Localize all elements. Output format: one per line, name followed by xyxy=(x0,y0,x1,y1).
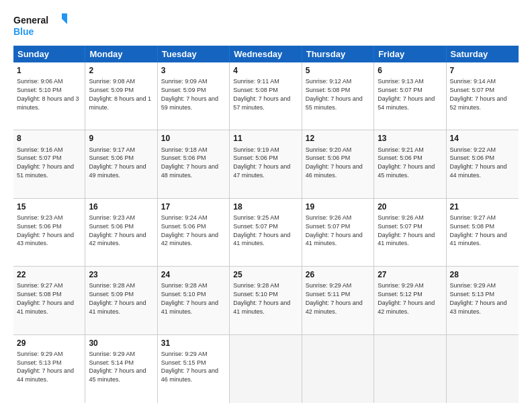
sunrise-text: Sunrise: 9:29 AM xyxy=(161,351,208,357)
day-number: 30 xyxy=(89,338,153,349)
sunset-text: Sunset: 5:08 PM xyxy=(450,223,495,230)
day-cell-18: 18 Sunrise: 9:25 AM Sunset: 5:07 PM Dayl… xyxy=(230,199,302,266)
calendar: SundayMondayTuesdayWednesdayThursdayFrid… xyxy=(13,46,519,403)
sunrise-text: Sunrise: 9:29 AM xyxy=(306,282,352,289)
day-cell-28: 28 Sunrise: 9:29 AM Sunset: 5:13 PM Dayl… xyxy=(447,267,519,334)
sunrise-text: Sunrise: 9:16 AM xyxy=(17,146,63,153)
daylight-text: Daylight: 7 hours and 57 minutes. xyxy=(233,95,290,111)
daylight-text: Daylight: 7 hours and 48 minutes. xyxy=(161,163,218,179)
daylight-text: Daylight: 7 hours and 42 minutes. xyxy=(89,232,146,247)
sunrise-text: Sunrise: 9:29 AM xyxy=(450,282,496,289)
day-header-friday: Friday xyxy=(374,46,446,62)
day-cell-3: 3 Sunrise: 9:09 AM Sunset: 5:09 PM Dayli… xyxy=(158,62,230,130)
sunset-text: Sunset: 5:09 PM xyxy=(89,87,134,93)
day-cell-17: 17 Sunrise: 9:24 AM Sunset: 5:06 PM Dayl… xyxy=(158,199,230,266)
day-cell-20: 20 Sunrise: 9:26 AM Sunset: 5:07 PM Dayl… xyxy=(374,199,446,266)
sunrise-text: Sunrise: 9:17 AM xyxy=(89,146,135,153)
day-number: 12 xyxy=(306,133,370,144)
daylight-text: Daylight: 7 hours and 44 minutes. xyxy=(17,367,74,383)
day-cell-25: 25 Sunrise: 9:28 AM Sunset: 5:10 PM Dayl… xyxy=(230,267,302,334)
sunrise-text: Sunrise: 9:14 AM xyxy=(450,78,496,85)
sunset-text: Sunset: 5:06 PM xyxy=(17,223,62,230)
empty-cell xyxy=(302,335,374,403)
day-number: 23 xyxy=(89,269,153,280)
calendar-body: 1 Sunrise: 9:06 AM Sunset: 5:10 PM Dayli… xyxy=(13,62,519,403)
day-cell-21: 21 Sunrise: 9:27 AM Sunset: 5:08 PM Dayl… xyxy=(447,199,519,266)
sunset-text: Sunset: 5:08 PM xyxy=(17,291,62,298)
daylight-text: Daylight: 8 hours and 1 minute. xyxy=(89,95,151,111)
sunrise-text: Sunrise: 9:23 AM xyxy=(17,214,63,221)
day-cell-1: 1 Sunrise: 9:06 AM Sunset: 5:10 PM Dayli… xyxy=(13,62,85,130)
day-number: 3 xyxy=(161,65,226,76)
day-number: 1 xyxy=(17,65,81,76)
sunset-text: Sunset: 5:12 PM xyxy=(378,291,423,298)
page: General Blue SundayMondayTuesdayWednesda… xyxy=(0,0,532,411)
day-cell-22: 22 Sunrise: 9:27 AM Sunset: 5:08 PM Dayl… xyxy=(13,267,85,334)
day-cell-7: 7 Sunrise: 9:14 AM Sunset: 5:07 PM Dayli… xyxy=(447,62,519,130)
day-cell-30: 30 Sunrise: 9:29 AM Sunset: 5:14 PM Dayl… xyxy=(85,335,157,403)
sunset-text: Sunset: 5:07 PM xyxy=(378,223,423,230)
sunrise-text: Sunrise: 9:28 AM xyxy=(233,282,279,289)
day-header-sunday: Sunday xyxy=(13,46,85,62)
sunrise-text: Sunrise: 9:20 AM xyxy=(306,146,352,153)
daylight-text: Daylight: 7 hours and 52 minutes. xyxy=(450,95,507,111)
daylight-text: Daylight: 7 hours and 55 minutes. xyxy=(306,95,363,111)
day-number: 18 xyxy=(233,201,298,212)
day-cell-23: 23 Sunrise: 9:28 AM Sunset: 5:09 PM Dayl… xyxy=(85,267,157,334)
day-number: 13 xyxy=(378,133,442,144)
calendar-row-3: 15 Sunrise: 9:23 AM Sunset: 5:06 PM Dayl… xyxy=(13,199,519,267)
sunset-text: Sunset: 5:07 PM xyxy=(378,87,423,93)
sunset-text: Sunset: 5:14 PM xyxy=(89,359,134,366)
calendar-row-4: 22 Sunrise: 9:27 AM Sunset: 5:08 PM Dayl… xyxy=(13,267,519,334)
sunset-text: Sunset: 5:06 PM xyxy=(89,223,134,230)
sunrise-text: Sunrise: 9:28 AM xyxy=(161,282,208,289)
sunset-text: Sunset: 5:13 PM xyxy=(17,359,62,366)
day-number: 15 xyxy=(17,201,81,212)
daylight-text: Daylight: 7 hours and 41 minutes. xyxy=(233,232,290,247)
daylight-text: Daylight: 7 hours and 45 minutes. xyxy=(378,163,435,179)
sunrise-text: Sunrise: 9:23 AM xyxy=(89,214,135,221)
daylight-text: Daylight: 7 hours and 54 minutes. xyxy=(378,95,435,111)
day-header-wednesday: Wednesday xyxy=(230,46,302,62)
day-cell-9: 9 Sunrise: 9:17 AM Sunset: 5:06 PM Dayli… xyxy=(85,130,157,197)
daylight-text: Daylight: 7 hours and 45 minutes. xyxy=(89,367,146,383)
day-number: 27 xyxy=(378,269,442,280)
day-header-tuesday: Tuesday xyxy=(158,46,230,62)
sunset-text: Sunset: 5:06 PM xyxy=(89,154,134,161)
sunset-text: Sunset: 5:15 PM xyxy=(161,359,206,366)
sunrise-text: Sunrise: 9:26 AM xyxy=(306,214,352,221)
day-header-saturday: Saturday xyxy=(447,46,519,62)
day-number: 31 xyxy=(161,338,226,349)
sunset-text: Sunset: 5:07 PM xyxy=(233,223,278,230)
svg-text:General: General xyxy=(13,15,48,26)
sunset-text: Sunset: 5:10 PM xyxy=(17,87,62,93)
empty-cell xyxy=(230,335,302,403)
daylight-text: Daylight: 7 hours and 46 minutes. xyxy=(306,163,363,179)
sunrise-text: Sunrise: 9:22 AM xyxy=(450,146,496,153)
day-number: 11 xyxy=(233,133,298,144)
day-cell-19: 19 Sunrise: 9:26 AM Sunset: 5:07 PM Dayl… xyxy=(302,199,374,266)
day-number: 21 xyxy=(450,201,515,212)
svg-text:Blue: Blue xyxy=(13,26,34,37)
day-number: 20 xyxy=(378,201,442,212)
calendar-row-2: 8 Sunrise: 9:16 AM Sunset: 5:07 PM Dayli… xyxy=(13,130,519,198)
day-number: 9 xyxy=(89,133,153,144)
sunset-text: Sunset: 5:13 PM xyxy=(450,291,495,298)
logo: General Blue xyxy=(13,12,67,39)
day-number: 2 xyxy=(89,65,153,76)
day-cell-5: 5 Sunrise: 9:12 AM Sunset: 5:08 PM Dayli… xyxy=(302,62,374,130)
day-number: 6 xyxy=(378,65,442,76)
sunrise-text: Sunrise: 9:09 AM xyxy=(161,78,208,85)
sunset-text: Sunset: 5:08 PM xyxy=(306,87,351,93)
daylight-text: Daylight: 7 hours and 41 minutes. xyxy=(378,232,435,247)
day-number: 17 xyxy=(161,201,226,212)
day-header-monday: Monday xyxy=(85,46,157,62)
day-cell-16: 16 Sunrise: 9:23 AM Sunset: 5:06 PM Dayl… xyxy=(85,199,157,266)
calendar-header: SundayMondayTuesdayWednesdayThursdayFrid… xyxy=(13,46,519,62)
sunset-text: Sunset: 5:06 PM xyxy=(161,154,206,161)
sunrise-text: Sunrise: 9:27 AM xyxy=(17,282,63,289)
day-cell-14: 14 Sunrise: 9:22 AM Sunset: 5:06 PM Dayl… xyxy=(447,130,519,197)
sunset-text: Sunset: 5:07 PM xyxy=(306,223,351,230)
day-cell-6: 6 Sunrise: 9:13 AM Sunset: 5:07 PM Dayli… xyxy=(374,62,446,130)
day-cell-26: 26 Sunrise: 9:29 AM Sunset: 5:11 PM Dayl… xyxy=(302,267,374,334)
